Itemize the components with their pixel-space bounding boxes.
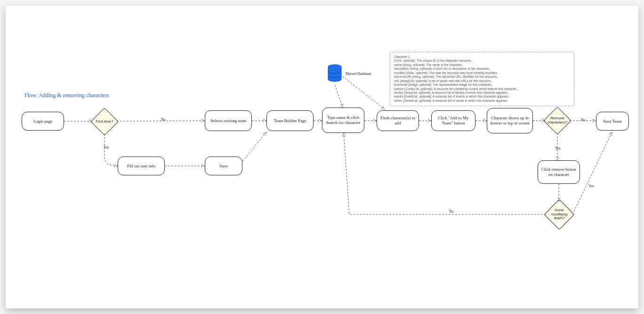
label-no-1: No	[160, 117, 167, 122]
svg-line-13	[335, 85, 343, 107]
schema-line: series (SeriesList, optional): A resourc…	[394, 99, 570, 103]
flow-title: Flow: Adding & removing characters	[24, 92, 109, 99]
database-label: Marvel Database	[346, 72, 371, 76]
label-no-3: No	[448, 209, 455, 214]
label-yes-3: Yes	[588, 184, 595, 188]
node-fill-info: Fill out user info	[118, 157, 165, 175]
label-yes-2: Yes	[554, 146, 562, 150]
database-icon	[327, 64, 342, 84]
schema-line: events (EventList, optional): A resource…	[394, 95, 570, 99]
schema-line: Character {	[394, 55, 570, 59]
node-search: Type name & click Search for character	[322, 107, 364, 133]
decision-first-time: First time?	[92, 109, 117, 134]
node-finds: Finds character(s) to add	[377, 110, 419, 131]
schema-line: name (string, optional): The name of the…	[394, 63, 570, 67]
arrows-layer	[6, 6, 638, 308]
label-no-2: No	[580, 118, 587, 122]
decision-remove: Remove characters?	[545, 108, 570, 133]
node-login: Login page	[22, 112, 64, 131]
schema-line: id (int, optional): The unique ID of the…	[394, 59, 570, 63]
decision-first-time-label: First time?	[95, 120, 114, 124]
diagram-canvas: Flow: Adding & removing characters Marve…	[6, 6, 638, 308]
node-save-user: Save	[205, 157, 242, 175]
schema-box: Character {id (int, optional): The uniqu…	[390, 52, 574, 106]
node-team-builder: Team Builder Page	[266, 110, 314, 131]
label-yes-1: Yes	[103, 145, 110, 149]
schema-line: modified (Date, optional): The date the …	[394, 71, 570, 75]
schema-line: resourceURI (string, optional): The cano…	[394, 75, 570, 79]
decision-done-label: Done modifying team?	[546, 208, 572, 221]
node-select-team: Selects existing team	[205, 110, 252, 131]
decision-done: Done modifying team?	[546, 201, 572, 228]
node-char-shows: Character shows up in drawer or top of s…	[487, 108, 533, 133]
decision-remove-label: Remove characters?	[545, 116, 570, 125]
schema-line: stories (StoryList, optional): A resourc…	[394, 91, 570, 95]
node-save-team: Save Team	[596, 112, 629, 131]
node-add-btn: Click "Add to My Team" button	[431, 110, 475, 131]
schema-line: comics (ComicList, optional): A resource…	[394, 87, 570, 91]
node-click-remove: Click remove button on character	[538, 160, 580, 184]
schema-line: thumbnail (Image, optional): The represe…	[394, 83, 570, 87]
schema-line: urls (Array[Url], optional): A set of pu…	[394, 79, 570, 83]
svg-line-14	[343, 76, 385, 109]
schema-line: description (string, optional): A short …	[394, 67, 570, 71]
